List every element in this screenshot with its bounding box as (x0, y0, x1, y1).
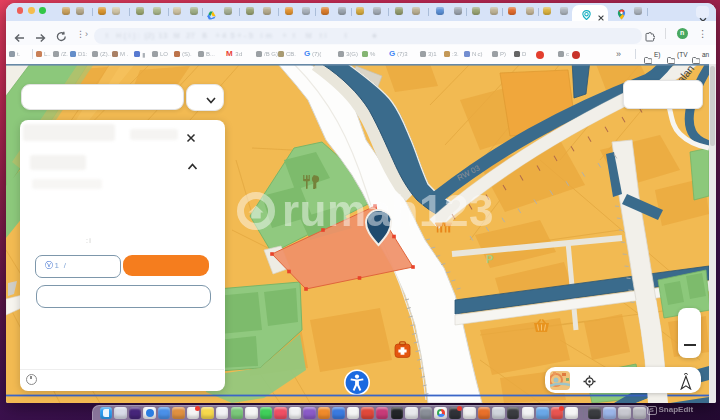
svg-text:rumah123: rumah123 (282, 186, 494, 235)
svg-text:P: P (486, 253, 493, 265)
